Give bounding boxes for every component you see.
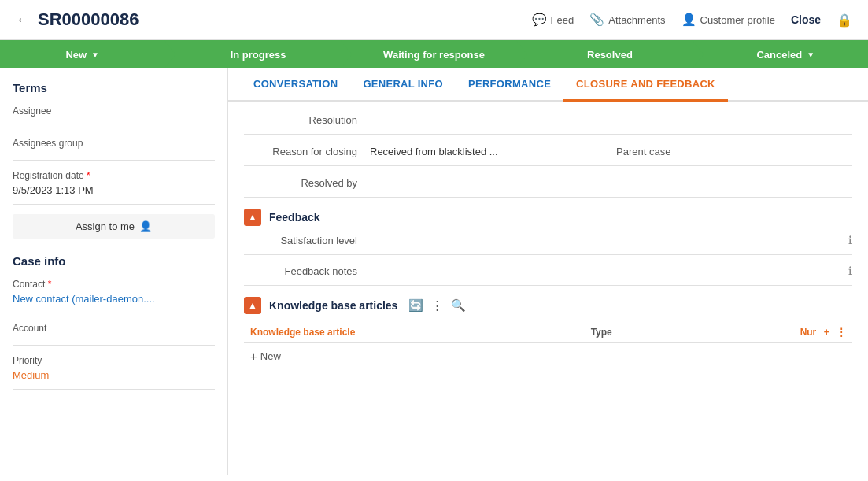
registration-date-value: 9/5/2023 1:13 PM (13, 184, 215, 196)
status-in-progress[interactable]: In progress (164, 40, 340, 68)
satisfaction-info-icon[interactable]: ℹ (848, 234, 852, 246)
kb-section-title: Knowledge base articles (269, 299, 397, 312)
feed-action[interactable]: 💬 Feed (532, 13, 574, 27)
assignee-field: Assignee (13, 105, 215, 128)
customer-profile-label: Customer profile (700, 14, 775, 26)
parent-case-section: Parent case (616, 146, 852, 157)
tab-performance[interactable]: PERFORMANCE (456, 68, 563, 102)
account-field: Account (13, 323, 215, 346)
kb-col-more-icon[interactable]: ⋮ (837, 327, 846, 338)
status-canceled-dropdown-icon: ▼ (807, 50, 814, 59)
status-waiting-label: Waiting for response (383, 49, 485, 61)
back-button[interactable]: ← (16, 12, 30, 28)
attachments-label: Attachments (608, 14, 665, 26)
priority-value: Medium (13, 369, 215, 381)
reason-row: Reason for closing Received from blackli… (244, 146, 852, 166)
kb-more-icon[interactable]: ⋮ (431, 298, 443, 313)
add-new-label: New (260, 350, 281, 362)
closure-feedback-content: Resolution Reason for closing Received f… (228, 102, 868, 475)
assignees-group-label: Assignees group (13, 138, 215, 149)
terms-title: Terms (13, 81, 215, 94)
tab-conversation[interactable]: CONVERSATION (241, 68, 350, 102)
priority-label: Priority (13, 355, 215, 366)
tab-closure-feedback[interactable]: CLOSURE AND FEEDBACK (563, 68, 728, 102)
status-resolved[interactable]: Resolved (516, 40, 692, 68)
header: ← SR00000086 💬 Feed 📎 Attachments 👤 Cust… (0, 0, 868, 40)
kb-refresh-icon[interactable]: 🔄 (408, 298, 423, 313)
sidebar: Terms Assignee Assignees group Registrat… (0, 68, 228, 475)
status-in-progress-label: In progress (231, 49, 286, 61)
kb-toggle[interactable]: ▲ (244, 297, 261, 314)
kb-section-actions: 🔄 ⋮ 🔍 (408, 298, 466, 313)
feedback-notes-label: Feedback notes (244, 265, 370, 277)
account-label: Account (13, 323, 215, 334)
assign-to-me-label: Assign to me (76, 220, 135, 232)
registration-date-label: Registration date (13, 170, 215, 181)
kb-add-icon[interactable]: + (824, 327, 829, 338)
registration-date-field: Registration date 9/5/2023 1:13 PM (13, 170, 215, 205)
lock-icon: 🔒 (837, 13, 852, 28)
assign-to-me-button[interactable]: Assign to me 👤 (13, 214, 215, 239)
assignee-label: Assignee (13, 105, 215, 117)
feed-icon: 💬 (532, 13, 547, 27)
content-area: CONVERSATION GENERAL INFO PERFORMANCE CL… (228, 68, 868, 475)
status-canceled-label: Canceled (756, 49, 802, 61)
status-canceled[interactable]: Canceled ▼ (693, 40, 868, 68)
contact-value[interactable]: New contact (mailer-daemon.... (13, 293, 215, 305)
attachments-icon: 📎 (589, 13, 604, 27)
parent-case-label: Parent case (616, 146, 670, 157)
tab-general-info[interactable]: GENERAL INFO (350, 68, 456, 102)
attachments-action[interactable]: 📎 Attachments (589, 13, 665, 27)
feed-label: Feed (551, 14, 574, 26)
status-new-dropdown-icon: ▼ (91, 50, 99, 59)
sr-number: SR00000086 (38, 9, 139, 30)
status-resolved-label: Resolved (587, 49, 633, 61)
feedback-section-header: ▲ Feedback (244, 209, 852, 226)
kb-section-header: ▲ Knowledge base articles 🔄 ⋮ 🔍 (244, 297, 852, 314)
priority-field: Priority Medium (13, 355, 215, 390)
assignees-group-field: Assignees group (13, 138, 215, 161)
kb-table: Knowledge base article Type Nur + ⋮ (244, 322, 852, 369)
feedback-notes-info-icon[interactable]: ℹ (848, 265, 852, 277)
person-icon: 👤 (681, 13, 696, 27)
close-button[interactable]: Close (791, 13, 821, 26)
kb-col-article: Knowledge base article (244, 322, 585, 343)
contact-field: Contact New contact (mailer-daemon.... (13, 279, 215, 313)
main-layout: Terms Assignee Assignees group Registrat… (0, 68, 868, 475)
kb-col-nur: Nur + ⋮ (683, 322, 852, 343)
feedback-notes-row: Feedback notes ℹ (244, 265, 852, 286)
header-right: 💬 Feed 📎 Attachments 👤 Customer profile … (532, 13, 852, 28)
reason-value[interactable]: Received from blacklisted ... (370, 146, 616, 157)
resolution-label: Resolution (244, 114, 370, 126)
contact-label: Contact (13, 279, 215, 290)
tabs: CONVERSATION GENERAL INFO PERFORMANCE CL… (228, 68, 868, 102)
resolution-row: Resolution (244, 114, 852, 135)
header-left: ← SR00000086 (16, 9, 139, 30)
satisfaction-label: Satisfaction level (244, 235, 370, 246)
kb-col-type: Type (585, 322, 683, 343)
feedback-section-title: Feedback (269, 211, 320, 224)
customer-profile-action[interactable]: 👤 Customer profile (681, 13, 775, 27)
resolved-by-row: Resolved by (244, 177, 852, 198)
add-icon: + (250, 350, 257, 363)
satisfaction-row: Satisfaction level ℹ (244, 234, 852, 255)
status-bar: New ▼ In progress Waiting for response R… (0, 40, 868, 68)
status-waiting[interactable]: Waiting for response (341, 40, 516, 68)
add-new-kb-button[interactable]: + New (244, 343, 852, 369)
resolved-by-label: Resolved by (244, 177, 370, 189)
feedback-toggle[interactable]: ▲ (244, 209, 261, 226)
status-new-label: New (65, 49, 87, 61)
kb-search-icon[interactable]: 🔍 (451, 298, 466, 313)
case-info-title: Case info (13, 254, 215, 268)
assign-person-icon: 👤 (139, 220, 152, 232)
reason-label: Reason for closing (244, 146, 370, 157)
status-new[interactable]: New ▼ (0, 40, 164, 68)
